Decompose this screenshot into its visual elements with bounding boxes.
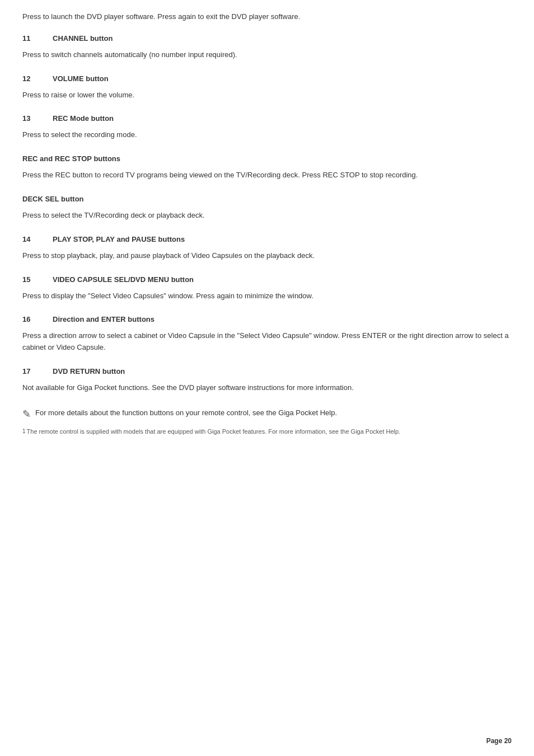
section-heading: 15VIDEO CAPSULE SEL/DVD MENU button [22,275,512,284]
section-12: 12VOLUME buttonPress to raise or lower t… [22,74,512,101]
section-description: Press to select the TV/Recording deck or… [22,210,512,222]
section-number: 15 [22,275,39,284]
note-icon: ✎ [22,408,31,420]
section-number: 12 [22,74,39,83]
section-heading: 11CHANNEL button [22,34,512,43]
section-title: CHANNEL button [53,34,113,43]
section-description: Press the REC button to record TV progra… [22,170,512,181]
section-title: REC and REC STOP buttons [22,154,120,163]
section-description: Press to raise or lower the volume. [22,90,512,101]
section-rec-and-rec-stop-buttons: REC and REC STOP buttonsPress the REC bu… [22,154,512,181]
section-heading: 17DVD RETURN button [22,367,512,375]
section-description: Press to display the "Select Video Capsu… [22,290,512,302]
section-number: 13 [22,114,39,123]
section-description: Press to stop playback, play, and pause … [22,250,512,262]
footnote-text: The remote control is supplied with mode… [27,427,401,436]
section-17: 17DVD RETURN buttonNot available for Gig… [22,367,512,394]
section-title: VIDEO CAPSULE SEL/DVD MENU button [53,275,194,284]
section-heading: 14PLAY STOP, PLAY and PAUSE buttons [22,235,512,243]
footnote-marker: 1 [22,427,26,435]
section-14: 14PLAY STOP, PLAY and PAUSE buttonsPress… [22,235,512,262]
page-number: Page 20 [486,737,512,745]
section-title: DECK SEL button [22,195,84,203]
section-title: PLAY STOP, PLAY and PAUSE buttons [53,235,185,243]
note-text: For more details about the function butt… [35,407,337,419]
intro-text: Press to launch the DVD player software.… [22,11,512,23]
section-title: DVD RETURN button [53,367,125,375]
section-heading: DECK SEL button [22,195,512,203]
section-number: 11 [22,34,39,43]
section-title: Direction and ENTER buttons [53,315,154,323]
section-title: VOLUME button [53,74,109,83]
section-number: 14 [22,235,39,243]
section-description: Press a direction arrow to select a cabi… [22,330,512,354]
section-11: 11CHANNEL buttonPress to switch channels… [22,34,512,61]
section-number: 16 [22,315,39,323]
section-heading: 16Direction and ENTER buttons [22,315,512,323]
section-deck-sel-button: DECK SEL buttonPress to select the TV/Re… [22,195,512,222]
section-number: 17 [22,367,39,375]
section-13: 13REC Mode buttonPress to select the rec… [22,114,512,141]
section-15: 15VIDEO CAPSULE SEL/DVD MENU buttonPress… [22,275,512,302]
section-title: REC Mode button [53,114,114,123]
section-heading: 13REC Mode button [22,114,512,123]
section-description: Not available for Giga Pocket functions.… [22,382,512,394]
note-block: ✎ For more details about the function bu… [22,407,512,420]
section-description: Press to select the recording mode. [22,129,512,141]
section-heading: REC and REC STOP buttons [22,154,512,163]
section-16: 16Direction and ENTER buttonsPress a dir… [22,315,512,354]
footnote: 1 The remote control is supplied with mo… [22,427,512,436]
section-description: Press to switch channels automatically (… [22,49,512,61]
section-heading: 12VOLUME button [22,74,512,83]
